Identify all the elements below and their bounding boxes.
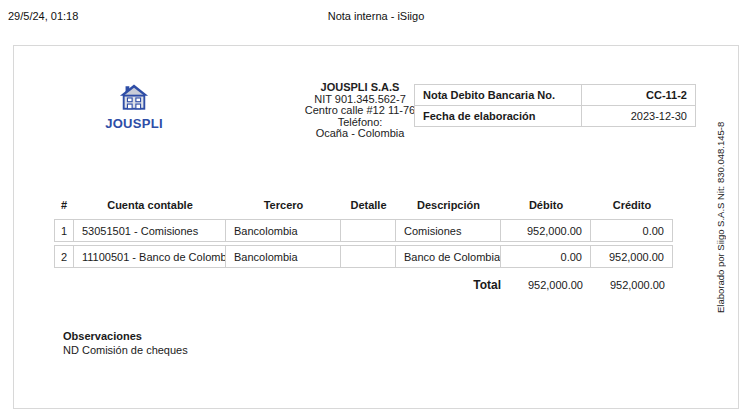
logo-wordmark: JOUSPLI — [99, 116, 169, 131]
observations-text: ND Comisión de cheques — [63, 343, 188, 357]
doc-date-row: Fecha de elaboración 2023-12-30 — [415, 106, 696, 127]
doc-info-box: Nota Debito Bancaria No. CC-11-2 Fecha d… — [414, 84, 696, 127]
total-credit: 952,000.00 — [591, 279, 673, 291]
observations-label: Observaciones — [63, 329, 188, 343]
col-header-account: Cuenta contable — [74, 199, 226, 216]
document-page: JOUSPLI JOUSPLI S.A.S NIT 901.345.562-7 … — [13, 45, 739, 409]
entries-header-row: # Cuenta contable Tercero Detalle Descri… — [54, 199, 673, 216]
col-header-credit: Crédito — [591, 199, 673, 216]
company-logo: JOUSPLI — [99, 84, 169, 131]
total-label: Total — [396, 278, 501, 292]
print-preview-header: 29/5/24, 01:18 Nota interna - iSiigo — [0, 10, 752, 24]
observations-section: Observaciones ND Comisión de cheques — [63, 329, 188, 357]
entries-table: # Cuenta contable Tercero Detalle Descri… — [54, 196, 673, 271]
doc-date-value: 2023-12-30 — [582, 106, 696, 127]
print-title: Nota interna - iSiigo — [0, 10, 752, 22]
doc-date-label: Fecha de elaboración — [415, 106, 582, 127]
totals-row: Total 952,000.00 952,000.00 — [54, 278, 673, 292]
cell-third-party: Bancolombia — [226, 245, 341, 268]
col-header-detail: Detalle — [341, 199, 396, 216]
cell-credit: 952,000.00 — [591, 245, 673, 268]
doc-number-label: Nota Debito Bancaria No. — [415, 85, 582, 106]
cell-third-party: Bancolombia — [226, 219, 341, 242]
cell-credit: 0.00 — [591, 219, 673, 242]
cell-detail — [341, 219, 396, 242]
col-header-number: # — [54, 199, 74, 216]
total-debit: 952,000.00 — [501, 279, 591, 291]
col-header-debit: Débito — [501, 199, 591, 216]
siigo-watermark: Elaborado por Siigo S.A.S Nit: 830.048.1… — [715, 131, 726, 313]
company-location: Ocaña - Colombia — [276, 128, 444, 140]
cell-debit: 952,000.00 — [501, 219, 591, 242]
col-header-description: Descripción — [396, 199, 501, 216]
cell-row-number: 1 — [54, 219, 74, 242]
table-row: 1 53051501 - Comisiones Bancolombia Comi… — [54, 219, 673, 242]
cell-account: 53051501 - Comisiones — [74, 219, 226, 242]
cell-account: 11100501 - Banco de Colombia — [74, 245, 226, 268]
cell-debit: 0.00 — [501, 245, 591, 268]
col-header-third-party: Tercero — [226, 199, 341, 216]
doc-number-value: CC-11-2 — [582, 85, 696, 106]
cell-description: Banco de Colombia — [396, 245, 501, 268]
doc-number-row: Nota Debito Bancaria No. CC-11-2 — [415, 85, 696, 106]
cell-detail — [341, 245, 396, 268]
cell-description: Comisiones — [396, 219, 501, 242]
table-row: 2 11100501 - Banco de Colombia Bancolomb… — [54, 245, 673, 268]
cell-row-number: 2 — [54, 245, 74, 268]
house-icon — [119, 84, 149, 111]
